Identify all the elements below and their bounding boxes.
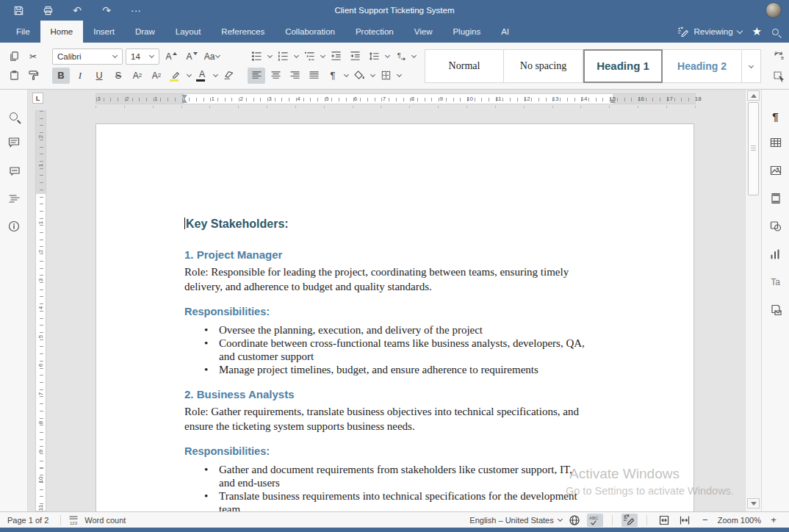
more-icon[interactable]: ··· [129, 4, 143, 17]
page-indicator[interactable]: Page 1 of 2 [0, 516, 56, 525]
paragraph-group: ¶ ¶ [242, 43, 422, 89]
numbering-icon[interactable] [274, 48, 292, 65]
tab-draw[interactable]: Draw [125, 21, 165, 43]
align-center-icon[interactable] [267, 68, 284, 84]
tab-view[interactable]: View [404, 21, 443, 43]
header-footer-settings-icon[interactable] [767, 190, 785, 207]
tab-layout[interactable]: Layout [165, 21, 212, 43]
about-icon[interactable] [5, 218, 23, 235]
multilevel-list-icon[interactable] [300, 48, 318, 65]
navigation-icon[interactable] [5, 190, 23, 207]
increase-indent-icon[interactable] [346, 48, 364, 65]
font-name-select[interactable]: Calibri [52, 48, 123, 65]
hanging-indent-marker[interactable] [181, 98, 187, 103]
zoom-level[interactable]: Zoom 100% [718, 516, 761, 525]
undo-icon[interactable]: ↶ [71, 4, 84, 17]
comments-icon[interactable] [5, 134, 23, 151]
zoom-out-button[interactable]: − [697, 514, 713, 527]
format-painter-icon[interactable] [24, 68, 42, 84]
document-content[interactable]: Key Stakeholders: 1. Project Manager Rol… [184, 124, 613, 511]
decrease-indent-icon[interactable] [327, 48, 345, 65]
borders-icon[interactable] [377, 68, 394, 84]
superscript-button[interactable]: A2 [129, 68, 146, 84]
bullets-icon[interactable] [248, 48, 265, 65]
nonprinting-chars-icon[interactable]: ¶ [324, 68, 342, 84]
table-settings-icon[interactable] [767, 134, 785, 151]
chart-settings-icon[interactable] [767, 245, 785, 263]
redo-icon[interactable]: ↷ [100, 4, 113, 17]
replace-icon[interactable]: BA [770, 48, 788, 64]
paragraph-direction-icon[interactable]: ¶ [392, 48, 409, 65]
scroll-down-button[interactable] [747, 498, 760, 508]
align-left-icon[interactable] [248, 68, 265, 84]
subscript-button[interactable]: A2 [148, 68, 165, 84]
change-case-icon[interactable]: Aa [203, 48, 221, 65]
align-right-icon[interactable] [286, 68, 303, 84]
shape-settings-icon[interactable] [767, 218, 785, 235]
style-normal[interactable]: Normal [425, 49, 504, 83]
tab-insert[interactable]: Insert [83, 21, 125, 43]
clear-style-icon[interactable] [220, 68, 237, 84]
image-settings-icon[interactable] [767, 162, 785, 179]
search-icon[interactable] [772, 29, 779, 35]
font-size-select[interactable]: 14 [126, 48, 159, 65]
tab-plugins[interactable]: Plugins [442, 21, 491, 43]
vertical-scrollbar[interactable] [745, 90, 761, 511]
increase-font-icon[interactable]: A [162, 48, 180, 65]
bold-button[interactable]: B [52, 68, 70, 84]
tab-file[interactable]: File [6, 21, 40, 43]
chevron-down-icon[interactable] [187, 72, 192, 77]
tab-protection[interactable]: Protection [345, 21, 404, 43]
text-art-settings-icon[interactable]: Ta [767, 273, 785, 291]
spell-check-icon[interactable]: ABC [587, 514, 603, 527]
decrease-font-icon[interactable]: A [183, 48, 201, 65]
tab-collaboration[interactable]: Collaboration [275, 21, 345, 43]
strikethrough-button[interactable]: S [109, 68, 127, 84]
shading-icon[interactable] [350, 68, 368, 84]
line-spacing-icon[interactable] [365, 48, 383, 65]
style-heading1[interactable]: Heading 1 [583, 49, 663, 83]
reviewing-mode-button[interactable]: Reviewing [677, 26, 741, 37]
italic-button[interactable]: I [71, 68, 89, 84]
word-count-label[interactable]: Word count [82, 516, 126, 525]
tab-stop-selector[interactable]: L [32, 93, 43, 104]
paste-icon[interactable] [5, 68, 23, 84]
highlight-color-icon[interactable] [167, 68, 184, 84]
style-heading2[interactable]: Heading 2 [663, 49, 742, 83]
print-icon[interactable] [41, 4, 54, 17]
paragraph-settings-icon[interactable]: ¶ [767, 107, 785, 125]
fit-page-icon[interactable] [656, 514, 672, 527]
chat-icon[interactable] [5, 162, 23, 179]
user-avatar[interactable] [765, 2, 782, 18]
save-icon[interactable] [12, 4, 25, 17]
justify-icon[interactable] [305, 68, 323, 84]
fit-width-icon[interactable] [677, 514, 693, 527]
tab-home[interactable]: Home [40, 21, 84, 43]
style-no-spacing[interactable]: No spacing [504, 49, 583, 83]
styles-gallery-expand[interactable] [742, 49, 761, 83]
underline-button[interactable]: U [90, 68, 108, 84]
select-all-icon[interactable] [770, 68, 788, 85]
zoom-in-button[interactable]: + [765, 514, 782, 527]
find-icon[interactable] [5, 107, 23, 125]
vertical-ruler[interactable]: 121234567891011 [35, 110, 46, 511]
set-language-globe-icon[interactable] [566, 514, 583, 527]
font-color-icon[interactable]: A [193, 68, 211, 84]
right-indent-marker[interactable] [610, 98, 616, 103]
ruler-number: 16 [638, 94, 644, 104]
horizontal-ruler[interactable]: 123123456789101112131415161718 [96, 93, 696, 104]
copy-icon[interactable] [5, 48, 23, 65]
document-canvas[interactable]: L 123123456789101112131415161718 1212345… [28, 90, 745, 511]
word-count-icon[interactable]: 123 [65, 514, 82, 527]
chevron-down-icon[interactable] [213, 72, 218, 77]
scroll-up-button[interactable] [747, 90, 760, 101]
scrollbar-thumb[interactable] [748, 102, 759, 195]
mail-merge-settings-icon[interactable] [767, 301, 785, 319]
tab-ai[interactable]: AI [491, 21, 519, 43]
tab-references[interactable]: References [211, 21, 275, 43]
document-page[interactable]: Key Stakeholders: 1. Project Manager Rol… [96, 123, 694, 511]
favorite-star-icon[interactable]: ★ [752, 25, 762, 38]
track-changes-icon[interactable] [622, 514, 638, 527]
cut-icon[interactable]: ✂ [24, 48, 42, 65]
language-selector[interactable]: English – United States [469, 516, 561, 525]
